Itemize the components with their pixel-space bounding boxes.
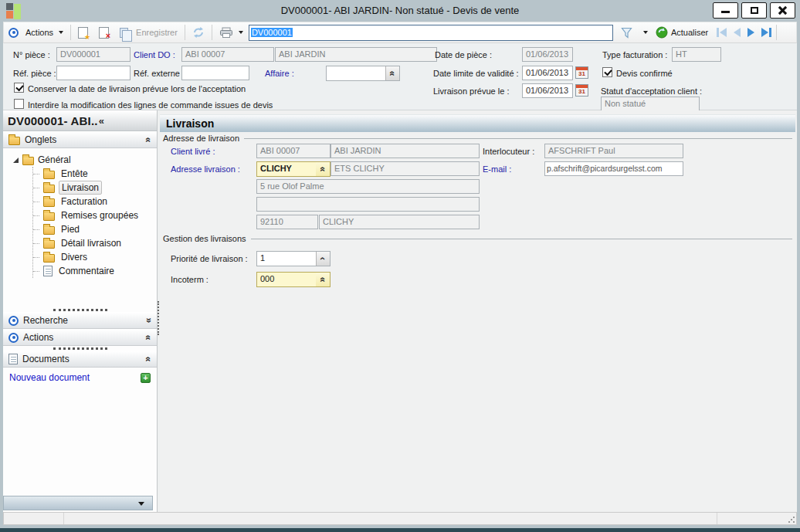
print-button[interactable] — [217, 25, 246, 40]
filter-dropdown-button[interactable] — [639, 29, 650, 36]
onglets-tree: Général Entête Livraison — [3, 148, 157, 278]
affaire-combo[interactable]: « — [326, 66, 400, 81]
chevron-double-down-icon[interactable]: « — [145, 318, 153, 324]
previous-record-button[interactable] — [734, 28, 741, 37]
actions-panel-label: Actions — [23, 332, 141, 343]
section-title: Livraison — [160, 114, 795, 132]
recherche-panel-label: Recherche — [23, 315, 141, 326]
actions-menu-button[interactable]: Actions — [23, 26, 66, 39]
conserver-date-checkbox[interactable] — [14, 83, 24, 93]
gestion-group-title: Gestion des livraisons — [163, 234, 792, 243]
tree-node-remises-groupees[interactable]: Remises groupées — [33, 208, 157, 222]
chevron-double-up-icon[interactable]: « — [145, 137, 153, 143]
close-button[interactable] — [770, 2, 795, 19]
collapse-sidebar-icon[interactable]: « — [99, 115, 104, 127]
maximize-button[interactable] — [741, 2, 767, 19]
tree-node-label: Détail livraison — [59, 237, 124, 249]
add-document-icon[interactable]: + — [141, 373, 151, 383]
calendar-icon[interactable]: 31 — [575, 66, 588, 79]
chevron-double-up-icon[interactable]: « — [145, 335, 153, 341]
chevron-down-icon — [643, 31, 648, 34]
tree-node-detail-livraison[interactable]: Détail livraison — [33, 236, 157, 250]
divider-drag-handle[interactable] — [158, 301, 159, 335]
chevron-double-down-icon: « — [319, 277, 327, 283]
target-icon — [8, 316, 19, 326]
onglets-panel-header[interactable]: Onglets « — [3, 131, 157, 148]
refresh-button[interactable] — [190, 25, 207, 40]
resize-grip[interactable] — [788, 516, 795, 523]
next-record-button[interactable] — [747, 28, 754, 37]
tree-node-entete[interactable]: Entête — [33, 167, 157, 181]
client-do-name-field: ABI JARDIN — [275, 47, 437, 62]
recherche-panel-header[interactable]: Recherche « — [3, 312, 157, 329]
actualiser-button[interactable]: Actualiser — [653, 25, 710, 40]
new-document-button[interactable]: ★ — [76, 25, 90, 40]
adresse-group-title: Adresse de livraison — [163, 134, 792, 143]
status-cell-left — [4, 513, 64, 524]
priorite-dropdown-button[interactable]: ‹ — [316, 252, 330, 266]
filter-button[interactable] — [618, 25, 636, 41]
livraison-prevue-field[interactable]: 01/06/2013 — [522, 83, 573, 98]
ref-piece-label: Réf. pièce : — [13, 69, 56, 78]
priorite-value: 1 — [257, 252, 316, 266]
conserver-date-label: Conserver la date de livraison prévue lo… — [28, 84, 246, 93]
tree-node-livraison[interactable]: Livraison — [33, 181, 157, 195]
devis-confirme-checkbox[interactable] — [602, 67, 612, 77]
chevron-double-up-icon[interactable]: « — [145, 357, 153, 362]
documents-panel-header[interactable]: Documents « — [3, 351, 157, 368]
nouveau-document-link[interactable]: Nouveau document — [9, 372, 141, 383]
type-facturation-label: Type facturation : — [602, 50, 667, 59]
incoterm-dropdown-button[interactable]: « — [316, 273, 330, 286]
adresse-livraison-combo[interactable]: CLICHY « — [256, 161, 331, 177]
titlebar: DV000001- ABI JARDIN- Non statué - Devis… — [0, 0, 800, 22]
first-record-button[interactable] — [717, 28, 727, 37]
adresse-livraison-dropdown-button[interactable]: « — [316, 162, 330, 176]
folder-icon — [43, 198, 55, 207]
documents-panel-label: Documents — [22, 354, 141, 364]
affaire-value — [327, 66, 385, 80]
tree-node-label: Général — [38, 154, 71, 165]
affaire-dropdown-button[interactable]: « — [385, 66, 399, 80]
tree-node-pied[interactable]: Pied — [33, 222, 157, 236]
tree-node-commentaire[interactable]: Commentaire — [33, 264, 157, 278]
date-piece-label: Date de pièce : — [435, 50, 492, 59]
statut-acceptation-field: Non statué — [601, 97, 700, 111]
main-panel: Livraison Adresse de livraison Client li… — [160, 110, 797, 512]
calendar-icon[interactable]: 31 — [575, 84, 588, 97]
tree-node-label: Commentaire — [56, 265, 117, 277]
last-record-button[interactable] — [761, 28, 771, 37]
tree-node-general[interactable]: Général — [3, 153, 157, 167]
adresse-livraison-value: CLICHY — [257, 162, 316, 176]
actions-menu-label: Actions — [25, 28, 53, 37]
incoterm-combo[interactable]: 000 « — [256, 272, 331, 287]
sidebar-scroll-down-button[interactable] — [3, 496, 153, 510]
tree-node-label: Divers — [59, 251, 90, 263]
document-ref-input[interactable]: DV000001 — [249, 25, 613, 41]
date-limite-field[interactable]: 01/06/2013 — [522, 66, 573, 80]
folder-icon — [8, 137, 20, 145]
priorite-combo[interactable]: 1 ‹ — [256, 251, 331, 266]
ref-externe-field[interactable] — [181, 66, 249, 80]
type-facturation-field: HT — [672, 47, 721, 62]
actions-panel-header[interactable]: Actions « — [3, 329, 157, 346]
tree-node-divers[interactable]: Divers — [33, 250, 157, 264]
chevron-double-down-icon: « — [319, 167, 327, 172]
folder-icon — [43, 226, 55, 235]
tree-node-facturation[interactable]: Facturation — [33, 195, 157, 208]
sidebar-document-header: DV000001- ABI.. « — [3, 110, 157, 131]
date-piece-field: 01/06/2013 — [522, 47, 573, 62]
target-icon — [8, 333, 19, 343]
chevron-down-icon — [59, 31, 63, 34]
save-button[interactable]: Enregistrer — [117, 26, 180, 39]
funnel-icon — [620, 26, 633, 39]
address-line1-field: 5 rue Olof Palme — [256, 179, 480, 194]
incoterm-label: Incoterm : — [171, 275, 208, 284]
delete-button[interactable]: × — [97, 25, 111, 40]
folder-icon — [43, 212, 55, 221]
minimize-button[interactable] — [713, 2, 738, 19]
ref-piece-field[interactable] — [56, 66, 131, 80]
tree-expander-icon[interactable] — [13, 158, 19, 163]
printer-icon — [219, 27, 233, 39]
application-window: DV000001- ABI JARDIN- Non statué - Devis… — [0, 0, 800, 532]
interdire-modif-checkbox[interactable] — [14, 99, 24, 109]
